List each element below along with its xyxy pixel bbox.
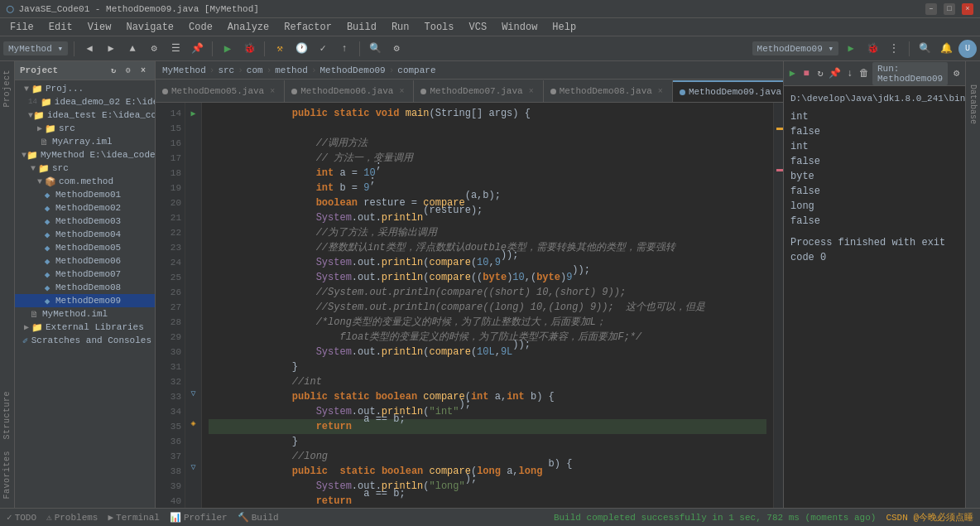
tab-demo07-close[interactable]: × <box>526 86 536 96</box>
toolbar-notification-button[interactable]: 🔔 <box>937 40 955 58</box>
tree-idea-demo[interactable]: 14 📁 idea_demo_02 E:\idea_code\idea <box>15 95 155 109</box>
run-config-run[interactable]: ▶ <box>842 40 860 58</box>
code-area[interactable]: public static void main(String[] args) {… <box>202 103 773 508</box>
status-terminal[interactable]: ▶ Terminal <box>108 512 159 523</box>
tree-demo08[interactable]: ◆ MethodDemo08 <box>15 281 155 294</box>
tree-demo04[interactable]: ◆ MethodDemo04 <box>15 228 155 241</box>
tab-demo06-close[interactable]: × <box>396 86 406 96</box>
status-profiler[interactable]: 📊 Profiler <box>170 512 228 523</box>
toolbar-back-button[interactable]: ◀ <box>80 40 98 58</box>
tree-demo06[interactable]: ◆ MethodDemo06 <box>15 254 155 268</box>
run-config-dropdown[interactable]: MethodDemo09 ▾ <box>752 41 838 55</box>
project-sync-button[interactable]: ↻ <box>107 64 120 77</box>
status-todo[interactable]: ✓ TODO <box>7 512 36 523</box>
run-panel-scroll-button[interactable]: ↓ <box>844 65 855 83</box>
project-tab[interactable]: Project <box>0 65 14 113</box>
project-close-button[interactable]: × <box>137 64 150 77</box>
menu-help[interactable]: Help <box>545 20 583 35</box>
menu-tools[interactable]: Tools <box>418 20 461 35</box>
close-button[interactable]: × <box>962 3 973 15</box>
run-output: D:\develop\Java\jdk1.8.0_241\bin\java...… <box>784 86 965 508</box>
run-panel-trash-button[interactable]: 🗑 <box>858 65 869 83</box>
menu-window[interactable]: Window <box>495 20 544 35</box>
run-panel-gear-button[interactable]: ⚙ <box>951 65 962 83</box>
tree-src-2[interactable]: ▼ 📁 src <box>15 162 155 175</box>
tree-demo02[interactable]: ◆ MethodDemo02 <box>15 201 155 215</box>
collapse-icon[interactable]: ▽ <box>190 388 195 398</box>
tree-myarray[interactable]: 🗎 MyArray.iml <box>15 135 155 148</box>
run-panel-stop-button[interactable]: ■ <box>801 65 812 83</box>
debug-button[interactable]: 🐞 <box>240 40 258 58</box>
toolbar-avatar[interactable]: U <box>958 40 977 58</box>
run-panel-pin-button[interactable]: 📌 <box>829 65 841 83</box>
tree-external-libs[interactable]: ▶ 📁 External Libraries <box>15 321 155 334</box>
tree-scratches[interactable]: ✐ Scratches and Consoles <box>15 334 155 347</box>
run-config-debug[interactable]: 🐞 <box>863 40 882 58</box>
menu-code[interactable]: Code <box>182 20 219 35</box>
project-dropdown[interactable]: MyMethod ▾ <box>3 41 68 55</box>
build-project-button[interactable]: ⚒ <box>271 40 289 58</box>
toolbar-search-button[interactable]: 🔍 <box>366 40 384 58</box>
tree-mymethod-iml[interactable]: 🗎 MyMethod.iml <box>15 307 155 321</box>
tab-demo08-close[interactable]: × <box>656 86 665 96</box>
tab-demo08[interactable]: MethodDemo08.java × <box>544 80 673 102</box>
tab-demo09[interactable]: MethodDemo09.java × <box>673 80 783 102</box>
project-gear-button[interactable]: ⚙ <box>122 64 135 77</box>
tree-src-1[interactable]: ▶ 📁 src <box>15 122 155 135</box>
tree-com-method[interactable]: ▼ 📦 com.method <box>15 175 155 188</box>
breadcrumb-src[interactable]: src <box>218 65 234 75</box>
menu-vcs[interactable]: VCS <box>463 20 494 35</box>
toolbar-up-button[interactable]: ▲ <box>123 40 142 58</box>
run-panel-run-button[interactable]: ▶ <box>787 65 798 83</box>
menu-edit[interactable]: Edit <box>42 20 79 35</box>
run-panel-rerun-button[interactable]: ↻ <box>815 65 826 83</box>
run-gutter-icon[interactable]: ▶ <box>190 109 195 118</box>
toolbar-settings2-button[interactable]: ⚙ <box>387 40 406 58</box>
tab-demo05-close[interactable]: × <box>267 86 277 96</box>
tree-mymethod[interactable]: ▼ 📁 MyMethod E:\idea_code\Id... <box>15 148 155 162</box>
tree-demo07[interactable]: ◆ MethodDemo07 <box>15 268 155 281</box>
tree-demo09[interactable]: ◆ MethodDemo09 <box>15 294 155 307</box>
breadcrumb-demo09[interactable]: MethodDemo09 <box>319 65 385 75</box>
tree-demo03[interactable]: ◆ MethodDemo03 <box>15 215 155 228</box>
run-button[interactable]: ▶ <box>219 40 237 58</box>
minimize-button[interactable]: – <box>925 3 937 15</box>
menu-file[interactable]: File <box>3 20 41 35</box>
scratches-label: Scratches and Consoles <box>31 335 151 345</box>
tab-demo05[interactable]: MethodDemo05.java × <box>156 80 285 102</box>
breadcrumb-compare[interactable]: compare <box>397 65 435 75</box>
toolbar-forward-button[interactable]: ▶ <box>102 40 120 58</box>
tab-demo06[interactable]: MethodDemo06.java × <box>285 80 414 102</box>
status-problems[interactable]: ⚠ Problems <box>46 512 98 523</box>
breadcrumb-method[interactable]: method <box>275 65 308 75</box>
toolbar-git-button[interactable]: 🕐 <box>292 40 310 58</box>
toolbar-push-button[interactable]: ↑ <box>335 40 353 58</box>
tree-demo01[interactable]: ◆ MethodDemo01 <box>15 188 155 201</box>
tree-idea-test[interactable]: ▼ 📁 idea_test E:\idea_code\Idea... <box>15 109 155 122</box>
toolbar-pin-button[interactable]: 📌 <box>188 40 206 58</box>
breadcrumb-mymethod[interactable]: MyMethod <box>162 65 206 75</box>
menu-run[interactable]: Run <box>385 20 416 35</box>
menu-analyze[interactable]: Analyze <box>221 20 276 35</box>
toolbar-more-button[interactable]: ⋮ <box>885 40 903 58</box>
tab-demo07[interactable]: MethodDemo07.java × <box>414 80 543 102</box>
tree-demo05[interactable]: ◆ MethodDemo05 <box>15 241 155 254</box>
project-root-item[interactable]: ▼ 📁 Proj... <box>15 82 155 95</box>
structure-tab[interactable]: Structure <box>0 386 14 445</box>
toolbar-commit-button[interactable]: ✓ <box>314 40 332 58</box>
menu-build[interactable]: Build <box>340 20 383 35</box>
toolbar-search2-button[interactable]: 🔍 <box>915 40 934 58</box>
maximize-button[interactable]: □ <box>944 3 955 15</box>
status-build[interactable]: 🔨 Build <box>238 512 279 523</box>
collapse-icon-2[interactable]: ▽ <box>190 462 195 472</box>
breadcrumb-com[interactable]: com <box>247 65 263 75</box>
demo02-icon: ◆ <box>41 202 53 214</box>
menu-refactor[interactable]: Refactor <box>277 20 339 35</box>
database-tab[interactable]: Database <box>966 78 980 131</box>
bookmark-icon[interactable]: ◈ <box>190 418 195 428</box>
favorites-tab[interactable]: Favorites <box>0 446 14 504</box>
menu-navigate[interactable]: Navigate <box>119 20 180 35</box>
toolbar-settings-button[interactable]: ⚙ <box>145 40 163 58</box>
menu-view[interactable]: View <box>81 20 118 35</box>
toolbar-list-button[interactable]: ☰ <box>166 40 185 58</box>
